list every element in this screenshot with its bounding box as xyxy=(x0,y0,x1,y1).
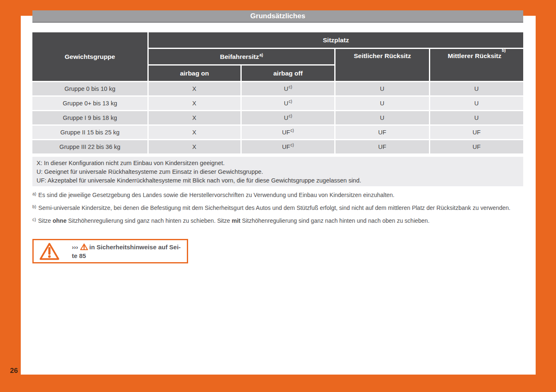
table-cell: X xyxy=(149,82,240,95)
table-cell: UF xyxy=(430,140,523,153)
table-cell: Uc) xyxy=(242,97,335,110)
legend-line-u: U: Geeignet für universale Rückhaltesyst… xyxy=(37,168,519,176)
legend-line-x: X: In dieser Konfiguration nicht zum Ein… xyxy=(37,159,519,168)
page-title-bar: Grundsätzliches xyxy=(32,10,523,23)
table-cell: Uc) xyxy=(242,111,335,124)
table-cell: UFc) xyxy=(242,126,335,139)
table-cell: U xyxy=(430,97,523,110)
header-airbag-off: airbag off xyxy=(242,66,335,81)
legend-line-uf: UF: Akzeptabel für universale Kinderrück… xyxy=(37,176,519,185)
row-label: Gruppe 0 bis 10 kg xyxy=(32,82,147,95)
table-cell: UF xyxy=(430,126,523,139)
table-cell: X xyxy=(149,126,240,139)
table-cell: X xyxy=(149,140,240,153)
chevrons: ››› xyxy=(72,243,78,251)
warning-triangle-icon xyxy=(39,243,59,260)
header-airbag-on: airbag on xyxy=(149,66,240,81)
table-cell: U xyxy=(430,111,523,124)
header-weight-group: Gewichtsgruppe xyxy=(32,32,147,81)
table-cell: U xyxy=(336,97,429,110)
table-legend: X: In dieser Konfiguration nicht zum Ein… xyxy=(32,157,523,186)
manual-page-frame: Grundsätzliches Gewichtsgruppe Sitzplatz… xyxy=(0,0,556,392)
footnote-c: c)Sitze ohne Sitzhöhenregulierung sind g… xyxy=(32,217,524,225)
warning-line-1: ›››in Sicherheitshinweise auf Sei- xyxy=(72,243,181,251)
footnote-a: a)Es sind die jeweilige Gesetzgebung des… xyxy=(32,191,524,200)
inline-warning-icon xyxy=(80,243,88,250)
table-cell: U xyxy=(430,82,523,95)
table-cell: UFc) xyxy=(242,140,335,153)
header-side-rear-seat: Seitlicher Rücksitz xyxy=(336,49,429,81)
warning-reference-text: ›››in Sicherheitshinweise auf Sei- te 85 xyxy=(72,243,181,260)
safety-warning-box: ›››in Sicherheitshinweise auf Sei- te 85 xyxy=(32,239,188,263)
table-cell: Uc) xyxy=(242,82,335,95)
row-label: Gruppe 0+ bis 13 kg xyxy=(32,97,147,110)
page-number: 26 xyxy=(10,367,18,375)
row-label: Gruppe III 22 bis 36 kg xyxy=(32,140,147,153)
row-label: Gruppe II 15 bis 25 kg xyxy=(32,126,147,139)
table-cell: X xyxy=(149,97,240,110)
child-seat-table: Gewichtsgruppe Sitzplatz Beifahrersitza)… xyxy=(32,32,523,153)
header-seat-position: Sitzplatz xyxy=(149,32,523,48)
footnotes: a)Es sind die jeweilige Gesetzgebung des… xyxy=(32,191,524,229)
table-cell: U xyxy=(336,111,429,124)
row-label: Gruppe I 9 bis 18 kg xyxy=(32,111,147,124)
table-cell: UF xyxy=(336,126,429,139)
table-cell: UF xyxy=(336,140,429,153)
page-title: Grundsätzliches xyxy=(250,12,305,20)
footnote-b: b)Semi-universale Kindersitze, bei denen… xyxy=(32,204,524,212)
header-front-passenger-seat: Beifahrersitza) xyxy=(149,49,335,64)
header-middle-rear-seat: Mittlerer Rücksitzb) xyxy=(430,49,523,81)
table-cell: U xyxy=(336,82,429,95)
warning-line-2: te 85 xyxy=(72,251,181,260)
table-cell: X xyxy=(149,111,240,124)
